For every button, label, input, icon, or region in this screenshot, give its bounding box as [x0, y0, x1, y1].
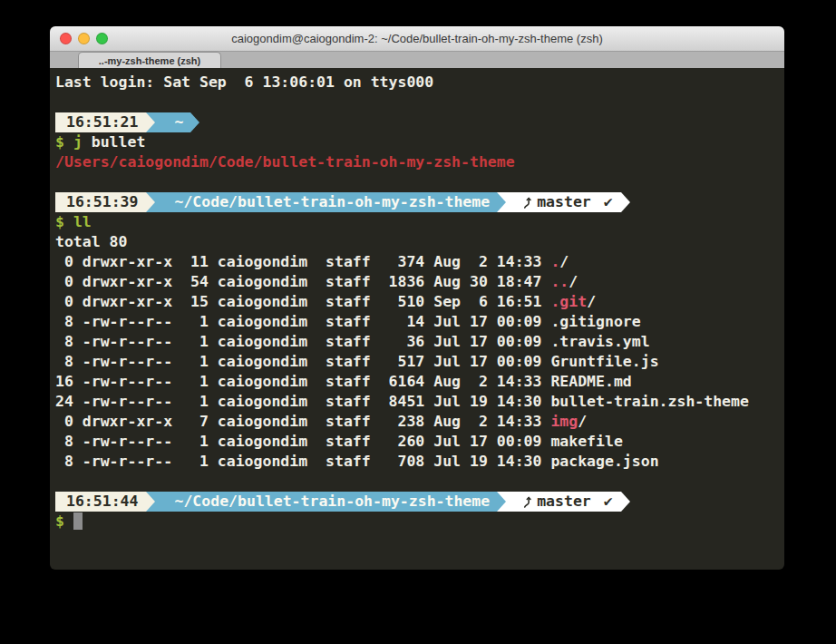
command-line: $ ll [55, 212, 784, 232]
file-list-row: 8 -rw-r--r-- 1 caiogondim staff 14 Jul 1… [55, 312, 784, 332]
prompt-time-segment: 16:51:44 [55, 492, 146, 512]
file-name: .travis.yml [550, 333, 649, 350]
powerline-arrow-icon [146, 192, 164, 212]
blank-line [55, 93, 784, 112]
powerline-arrow-icon [190, 112, 209, 132]
file-meta: 0 drwxr-xr-x 54 caiogondim staff 1836 Au… [55, 273, 550, 290]
minimize-icon[interactable] [78, 33, 90, 44]
tab-label: ..-my-zsh-theme (zsh) [99, 55, 200, 66]
close-icon[interactable] [60, 33, 72, 44]
file-name: bullet-train.zsh-theme [550, 393, 749, 410]
powerline-arrow-icon [621, 192, 639, 212]
file-list-row: 0 drwxr-xr-x 54 caiogondim staff 1836 Au… [55, 272, 784, 292]
powerline-arrow-icon [497, 192, 515, 212]
command-name: j [73, 133, 83, 151]
prompt-line: 16:51:44~/Code/bullet-train-oh-my-zsh-th… [55, 492, 784, 512]
file-list-row: 8 -rw-r--r-- 1 caiogondim staff 517 Jul … [55, 352, 784, 372]
prompt-path-segment: ~/Code/bullet-train-oh-my-zsh-theme [164, 492, 497, 512]
command-line: $ j bullet [55, 132, 784, 152]
file-meta: 8 -rw-r--r-- 1 caiogondim staff 708 Jul … [55, 453, 550, 470]
prompt-char: $ [55, 512, 73, 530]
file-list-row: 0 drwxr-xr-x 11 caiogondim staff 374 Aug… [55, 252, 784, 272]
file-name: makefile [550, 433, 622, 450]
prompt-git-segment: master ✔ [515, 192, 620, 212]
traffic-lights [60, 26, 108, 51]
file-list-row: 0 drwxr-xr-x 7 caiogondim staff 238 Aug … [55, 412, 784, 432]
command-name: ll [73, 213, 92, 230]
prompt-char: $ [55, 133, 73, 151]
dir-slash: / [559, 253, 569, 270]
terminal-window: caiogondim@caiogondim-2: ~/Code/bullet-t… [50, 26, 784, 570]
git-clean-check-icon: ✔ [604, 192, 613, 212]
zoom-icon[interactable] [96, 33, 108, 44]
prompt-path-segment: ~ [164, 112, 190, 132]
dir-slash: / [587, 293, 596, 310]
window-title: caiogondim@caiogondim-2: ~/Code/bullet-t… [231, 32, 603, 45]
file-meta: 8 -rw-r--r-- 1 caiogondim staff 14 Jul 1… [55, 313, 550, 330]
file-list-row: 8 -rw-r--r-- 1 caiogondim staff 36 Jul 1… [55, 332, 784, 352]
file-meta: 0 drwxr-xr-x 11 caiogondim staff 374 Aug… [55, 253, 550, 270]
file-meta: 8 -rw-r--r-- 1 caiogondim staff 36 Jul 1… [55, 333, 550, 350]
git-branch-icon [520, 494, 533, 510]
powerline-arrow-icon [146, 112, 164, 132]
dir-name: .. [550, 273, 569, 290]
powerline-arrow-icon [621, 492, 639, 512]
file-list-row: 8 -rw-r--r-- 1 caiogondim staff 260 Jul … [55, 432, 784, 452]
terminal-cursor [73, 512, 83, 530]
file-name: README.md [550, 373, 631, 390]
output-line: total 80 [55, 232, 784, 252]
dir-slash: / [578, 413, 587, 430]
file-list-row: 16 -rw-r--r-- 1 caiogondim staff 6164 Au… [55, 372, 784, 392]
prompt-path-segment: ~/Code/bullet-train-oh-my-zsh-theme [164, 192, 497, 212]
tab-bar: ..-my-zsh-theme (zsh) [50, 52, 784, 68]
input-line: $ [55, 512, 784, 532]
file-meta: 24 -rw-r--r-- 1 caiogondim staff 8451 Ju… [55, 393, 550, 410]
file-list-row: 8 -rw-r--r-- 1 caiogondim staff 708 Jul … [55, 452, 784, 472]
terminal-body[interactable]: Last login: Sat Sep 6 13:06:01 on ttys00… [50, 68, 784, 570]
tab-active[interactable]: ..-my-zsh-theme (zsh) [78, 52, 221, 68]
prompt-time-segment: 16:51:21 [55, 112, 146, 132]
blank-line [55, 172, 784, 192]
file-meta: 0 drwxr-xr-x 15 caiogondim staff 510 Sep… [55, 293, 550, 310]
blank-line [55, 472, 784, 492]
output-path-line: /Users/caiogondim/Code/bullet-train-oh-m… [55, 152, 784, 172]
dir-name: img [550, 413, 578, 430]
powerline-arrow-icon [497, 492, 515, 512]
git-clean-check-icon: ✔ [604, 492, 613, 512]
git-branch-icon [520, 195, 533, 210]
git-branch-name: master [537, 192, 600, 212]
prompt-time-segment: 16:51:39 [55, 192, 146, 212]
desktop: { "window": { "title": "caiogondim@caiog… [0, 0, 836, 644]
dir-slash: / [569, 273, 578, 290]
file-list-row: 0 drwxr-xr-x 15 caiogondim staff 510 Sep… [55, 292, 784, 312]
dir-name: .git [550, 293, 587, 310]
prompt-line: 16:51:39~/Code/bullet-train-oh-my-zsh-th… [55, 192, 784, 212]
file-name: Gruntfile.js [550, 353, 658, 370]
output-line: Last login: Sat Sep 6 13:06:01 on ttys00… [55, 73, 784, 93]
prompt-line: 16:51:21~ [55, 112, 784, 132]
file-meta: 8 -rw-r--r-- 1 caiogondim staff 260 Jul … [55, 433, 550, 450]
file-name: .gitignore [550, 313, 640, 330]
file-name: package.json [550, 453, 658, 470]
file-meta: 0 drwxr-xr-x 7 caiogondim staff 238 Aug … [55, 413, 550, 430]
prompt-char: $ [55, 213, 73, 230]
prompt-git-segment: master ✔ [515, 492, 620, 512]
command-args: bullet [83, 133, 146, 151]
file-list-row: 24 -rw-r--r-- 1 caiogondim staff 8451 Ju… [55, 392, 784, 412]
git-branch-name: master [537, 492, 600, 512]
title-bar[interactable]: caiogondim@caiogondim-2: ~/Code/bullet-t… [50, 26, 784, 52]
powerline-arrow-icon [146, 492, 164, 512]
dir-name: . [550, 253, 559, 270]
file-meta: 8 -rw-r--r-- 1 caiogondim staff 517 Jul … [55, 353, 550, 370]
file-meta: 16 -rw-r--r-- 1 caiogondim staff 6164 Au… [55, 373, 550, 390]
